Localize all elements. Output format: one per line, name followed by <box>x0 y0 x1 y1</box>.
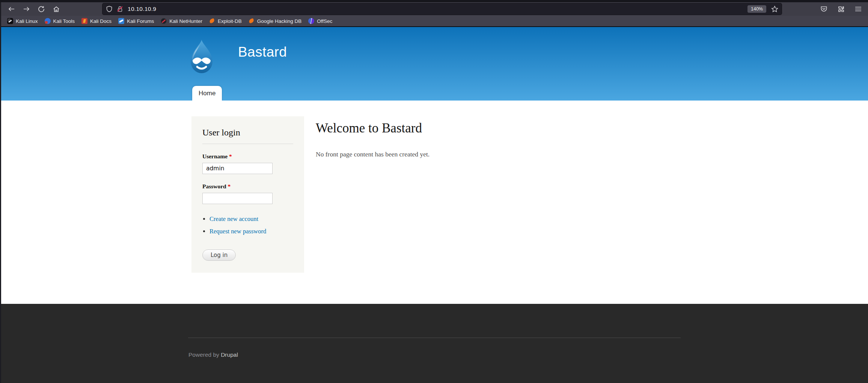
app-menu-button[interactable] <box>852 4 864 14</box>
bookmark-google-hacking-db[interactable]: Google Hacking DB <box>245 17 305 26</box>
bookmark-exploit-db[interactable]: Exploit-DB <box>206 17 245 26</box>
reload-button[interactable] <box>35 4 47 14</box>
exploit-db-icon <box>209 18 215 24</box>
user-login-block: User login Username * Password * Create … <box>191 116 304 273</box>
window-left-edge <box>0 2 1 383</box>
extensions-button[interactable] <box>835 4 847 14</box>
page-content: User login Username * Password * Create … <box>0 101 868 304</box>
password-label: Password * <box>202 183 293 190</box>
list-item: Request new password <box>209 228 293 235</box>
bookmark-kali-linux[interactable]: Kali Linux <box>4 17 41 26</box>
back-button[interactable] <box>5 4 17 14</box>
home-button[interactable] <box>50 4 62 14</box>
home-icon <box>53 6 60 12</box>
kali-forums-icon <box>118 18 124 24</box>
drupal-link[interactable]: Drupal <box>221 351 238 358</box>
back-icon <box>8 6 15 12</box>
username-input[interactable] <box>202 163 273 174</box>
no-content-message: No front page content has been created y… <box>316 150 678 158</box>
bookmark-kali-nethunter[interactable]: Kali NetHunter <box>157 17 206 26</box>
create-account-link[interactable]: Create new account <box>209 215 258 222</box>
main-menu: Home <box>192 86 222 101</box>
request-password-link[interactable]: Request new password <box>209 228 266 235</box>
bookmark-star-icon[interactable] <box>771 6 778 12</box>
address-bar[interactable]: 10.10.10.9 140% <box>102 3 782 15</box>
google-hacking-db-icon <box>249 18 255 24</box>
kali-linux-icon <box>7 18 13 24</box>
powered-by-text: Powered by Drupal <box>188 351 238 358</box>
login-block-title: User login <box>202 124 293 144</box>
insecure-lock-icon[interactable] <box>116 6 124 12</box>
drupal-logo[interactable] <box>188 39 215 74</box>
browser-toolbar: 10.10.10.9 140% <box>0 2 868 16</box>
kali-docs-icon <box>81 18 87 24</box>
tracking-protection-shield-icon[interactable] <box>106 6 113 12</box>
forward-icon <box>23 6 30 12</box>
reload-icon <box>38 6 45 12</box>
tab-home[interactable]: Home <box>192 86 222 101</box>
page-viewport: Bastard Home User login Username * Passw… <box>0 27 868 383</box>
kali-nethunter-icon <box>161 18 167 24</box>
forward-button[interactable] <box>20 4 32 14</box>
pocket-button[interactable] <box>818 4 830 14</box>
password-input[interactable] <box>202 193 273 204</box>
zoom-level-badge[interactable]: 140% <box>747 5 766 13</box>
login-links: Create new account Request new password <box>209 215 293 235</box>
url-text[interactable]: 10.10.10.9 <box>128 6 156 12</box>
username-label: Username * <box>202 153 293 160</box>
bookmark-kali-tools[interactable]: Kali Tools <box>41 17 78 26</box>
browser-window: 10.10.10.9 140% <box>0 0 868 383</box>
site-name[interactable]: Bastard <box>238 44 287 60</box>
site-header: Bastard Home <box>0 27 868 101</box>
site-footer: Powered by Drupal <box>0 304 868 383</box>
nav-button-group <box>5 4 62 14</box>
page-title: Welcome to Bastard <box>316 122 678 135</box>
toolbar-right-icons <box>818 3 864 15</box>
pocket-icon <box>820 6 827 12</box>
hamburger-menu-icon <box>855 6 862 12</box>
offsec-icon <box>308 18 314 24</box>
bookmark-kali-docs[interactable]: Kali Docs <box>78 17 115 26</box>
main-column: Welcome to Bastard No front page content… <box>316 122 678 158</box>
bookmark-kali-forums[interactable]: Kali Forums <box>115 17 157 26</box>
required-marker: * <box>228 183 231 189</box>
bookmarks-toolbar: Kali Linux Kali Tools Kali Docs Kali For… <box>0 16 868 27</box>
bookmark-offsec[interactable]: OffSec <box>305 17 336 26</box>
footer-divider <box>188 338 681 338</box>
puzzle-piece-icon <box>838 6 845 13</box>
required-marker: * <box>229 153 232 159</box>
list-item: Create new account <box>209 215 293 223</box>
kali-tools-icon <box>45 18 51 24</box>
log-in-button[interactable]: Log in <box>202 249 236 261</box>
